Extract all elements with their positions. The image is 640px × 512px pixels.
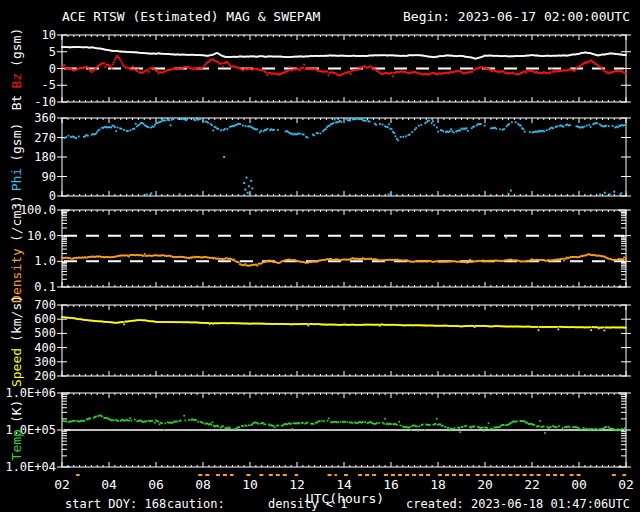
phi-trace-point [320,132,322,134]
phi-outlier-point [179,193,181,195]
phi-trace-point [391,128,393,130]
bz-trace-point [121,63,123,65]
speed-trace-point [537,326,539,328]
speed-trace-point [557,329,559,331]
phi-trace-point [135,123,137,125]
phi-trace-point [177,118,179,120]
phi-outlier-point [243,182,245,184]
bz-trace-point [283,72,285,74]
phi-trace-point [415,127,417,129]
phi-trace-point [317,132,319,134]
bz-trace-point [148,71,150,73]
temp-trace-point [569,426,571,428]
speed-trace-point [538,329,540,331]
temp-trace-point [362,421,364,423]
phi-trace-point [411,131,413,133]
phi-trace-point [87,135,89,137]
y-tick-label: 90 [42,170,56,184]
temp-trace-point [583,427,585,429]
phi-trace-point [75,137,77,139]
phi-trace-point [299,133,301,135]
bz-trace-point [111,68,113,70]
temp-trace-point [556,426,558,428]
temp-trace-point [176,421,178,423]
temp-trace-point [154,422,156,424]
phi-trace-point [199,118,201,120]
density-trace-point [70,257,72,259]
temp-trace-point [197,421,199,423]
bz-trace-point [551,68,553,70]
density-trace-point [143,255,145,257]
temp-trace-point [318,420,320,422]
phi-outlier-point [390,192,392,194]
phi-trace-point [334,119,336,121]
temp-trace-point [248,424,250,426]
phi-trace-point [395,135,397,137]
speed-trace-point [307,325,309,327]
phi-outlier-point [251,187,253,189]
bz-trace-point [91,71,93,73]
temp-trace-point [448,427,450,429]
phi-outlier-point [613,191,615,193]
phi-trace-point [405,135,407,137]
begin-timestamp: Begin: 2023-06-17 02:00:00UTC [403,9,630,24]
temp-trace-point [458,427,460,429]
temp-trace-point [605,426,607,428]
x-tick-label: 12 [289,477,305,492]
temp-trace-point [454,427,456,429]
bz-trace-point [299,70,301,72]
bz-trace-point [222,66,224,68]
temp-trace-point [344,421,346,423]
bz-trace-point [349,71,351,73]
temp-trace-point [299,423,301,425]
phi-trace-point [260,130,262,132]
phi-trace-point [400,136,402,138]
phi-trace-point [437,131,439,133]
y-tick-label: -5 [42,78,56,92]
panel-temp-axis-title: Temp(K) [9,397,24,464]
temp-trace-point [239,426,241,428]
bz-trace-point [302,67,304,69]
temp-trace-point [321,420,323,422]
x-tick-label: 16 [383,477,399,492]
temp-trace-point [264,424,266,426]
phi-trace-point [388,123,390,125]
bz-trace-point [112,64,114,66]
y-tick-label: 180 [34,150,56,164]
bz-trace-point [62,66,64,68]
x-tick-label: 20 [477,477,493,492]
temp-trace-point [347,421,349,423]
bz-trace-point [625,72,627,74]
phi-trace-point [154,124,156,126]
axis-title-part: (/cm3) [9,195,24,242]
speed-trace-point [604,330,606,332]
temp-trace-point [516,420,518,422]
temp-trace-point [384,418,386,420]
phi-trace-point [586,125,588,127]
phi-trace-point [608,125,610,127]
density-trace-point [468,261,470,263]
temp-trace-point [83,420,85,422]
temp-trace-point [188,419,190,421]
phi-trace-point [382,124,384,126]
bz-trace-point [132,65,134,67]
temp-trace-point [539,420,541,422]
phi-outlier-point [625,191,627,193]
panel-mag-axis-title: BtBz(gsm) [9,24,24,112]
y-tick-label: 500 [34,326,56,340]
phi-trace-point [127,130,129,132]
phi-trace-point [168,119,170,121]
phi-trace-point [529,131,531,133]
temp-trace-point [222,425,224,427]
bz-trace-point [391,72,393,74]
x-tick-label: 18 [430,477,446,492]
density-trace-point [257,265,259,267]
phi-trace-point [165,120,167,122]
temp-trace-point [563,430,565,432]
temp-trace-point [159,424,161,426]
bz-trace-point [288,66,290,68]
phi-trace-point [569,124,571,126]
phi-trace-point [397,139,399,141]
axis-title-part: Phi [9,168,24,191]
phi-trace-point [588,124,590,126]
